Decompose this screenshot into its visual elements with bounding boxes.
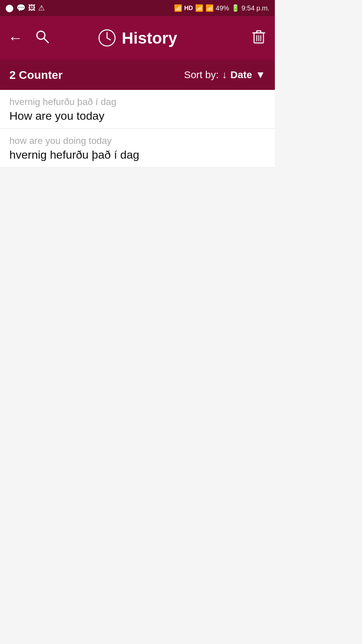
back-button[interactable]: ← <box>8 30 23 46</box>
toolbar-left-actions: ← <box>8 29 50 47</box>
alert-icon: ⚠ <box>38 4 45 12</box>
image-icon: 🖼 <box>28 4 36 12</box>
wifi-icon: 📶 <box>174 4 182 12</box>
history-source-text: how are you doing today <box>9 136 265 146</box>
toolbar: ← History <box>0 16 275 60</box>
delete-history-button[interactable] <box>251 28 267 48</box>
sort-by-label: Sort by: <box>184 69 219 80</box>
status-bar: ⬤ 💬 🖼 ⚠ 📶 HD 📶 📶 49% 🔋 9:54 p.m. <box>0 0 275 16</box>
history-translation-text: hvernig hefurðu það í dag <box>9 148 265 161</box>
status-icons-right: 📶 HD 📶 📶 49% 🔋 9:54 p.m. <box>174 4 269 12</box>
history-translation-text: How are you today <box>9 109 265 122</box>
battery-percentage: 49% <box>216 4 229 12</box>
time-display: 9:54 p.m. <box>242 4 269 12</box>
toolbar-title-area: History <box>98 29 177 47</box>
svg-line-4 <box>107 38 110 40</box>
signal-icon: 📶 <box>195 4 203 12</box>
svg-line-1 <box>44 38 48 43</box>
history-source-text: hvernig hefurðu það í dag <box>9 97 265 107</box>
clock-icon <box>98 29 116 47</box>
history-list: hvernig hefurðu það í dag How are you to… <box>0 90 275 168</box>
search-button[interactable] <box>35 29 50 47</box>
signal2-icon: 📶 <box>205 4 214 12</box>
whatsapp-icon: ⬤ <box>5 4 14 12</box>
sort-direction-icon: ↓ <box>222 69 227 80</box>
sort-section[interactable]: Sort by: ↓ Date ▼ <box>184 69 265 80</box>
battery-icon: 🔋 <box>231 4 240 12</box>
status-icons-left: ⬤ 💬 🖼 ⚠ <box>5 4 45 12</box>
sub-header: 2 Counter Sort by: ↓ Date ▼ <box>0 60 275 90</box>
message-icon: 💬 <box>16 4 25 12</box>
sort-value: Date <box>230 69 252 80</box>
sort-dropdown-icon[interactable]: ▼ <box>255 69 265 80</box>
history-item[interactable]: hvernig hefurðu það í dag How are you to… <box>0 90 275 129</box>
page-title: History <box>122 29 177 47</box>
history-item[interactable]: how are you doing today hvernig hefurðu … <box>0 129 275 168</box>
counter-label: 2 Counter <box>9 68 63 82</box>
hd-icon: HD <box>184 5 193 12</box>
